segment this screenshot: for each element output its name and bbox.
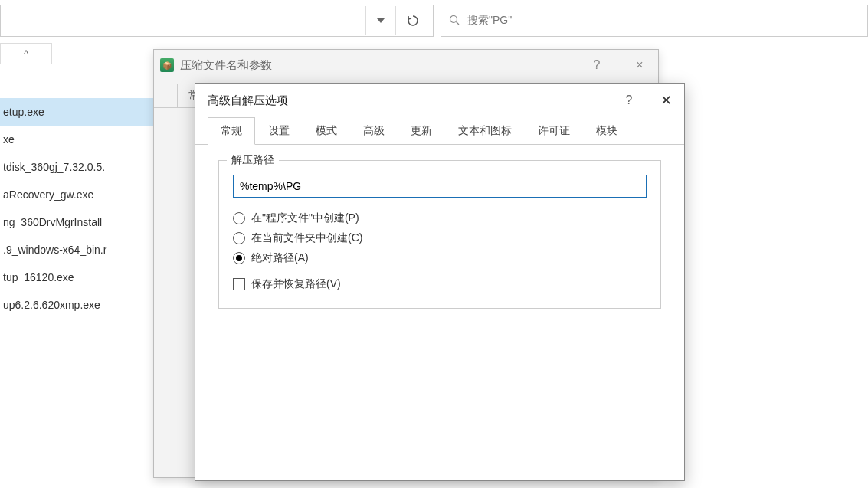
dialog2-title: 高级自解压选项 [208, 93, 288, 108]
dialog1-title: 压缩文件名和参数 [180, 58, 272, 73]
dialog2-tab[interactable]: 模块 [583, 117, 631, 145]
search-icon [449, 15, 460, 28]
svg-line-1 [457, 21, 460, 25]
search-input[interactable]: 搜索"PG" [441, 5, 868, 37]
file-row[interactable]: up6.2.6.620xmp.exe [0, 291, 167, 319]
save-restore-path-checkbox[interactable]: 保存并恢复路径(V) [233, 274, 647, 294]
file-row[interactable]: aRecovery_gw.exe [0, 181, 167, 208]
file-row[interactable]: xe [0, 126, 167, 153]
dialog2-body: 解压路径 在"程序文件"中创建(P)在当前文件夹中创建(C)绝对路径(A) 保存… [195, 145, 684, 324]
refresh-button[interactable] [398, 6, 428, 35]
dialog1-help-button[interactable]: ? [578, 50, 615, 80]
radio-icon [233, 212, 245, 224]
dialog2-help-button[interactable]: ? [611, 84, 647, 117]
path-mode-radio[interactable]: 在"程序文件"中创建(P) [233, 208, 647, 228]
dialog2-tab[interactable]: 设置 [255, 117, 303, 145]
history-dropdown-button[interactable] [365, 6, 396, 35]
file-row[interactable]: etup.exe [0, 98, 167, 126]
dialog1-close-button[interactable]: × [621, 50, 658, 80]
dialog2-tabs: 常规设置模式高级更新文本和图标许可证模块 [195, 117, 684, 145]
dialog2-titlebar[interactable]: 高级自解压选项 ? ✕ [195, 84, 684, 117]
winrar-icon: 📦 [160, 58, 174, 72]
dialog2-close-button[interactable]: ✕ [647, 84, 684, 117]
checkbox-label: 保存并恢复路径(V) [251, 277, 341, 291]
dialog2-tab[interactable]: 许可证 [525, 117, 583, 145]
svg-point-0 [450, 15, 457, 22]
file-row[interactable]: ng_360DrvMgrInstall [0, 208, 167, 236]
checkbox-icon [233, 278, 245, 290]
file-row[interactable]: tup_16120.exe [0, 264, 167, 291]
sfx-options-dialog: 高级自解压选项 ? ✕ 常规设置模式高级更新文本和图标许可证模块 解压路径 在"… [195, 83, 685, 481]
extract-path-input[interactable] [233, 175, 647, 198]
dialog2-tab[interactable]: 模式 [303, 117, 350, 145]
path-mode-radio[interactable]: 绝对路径(A) [233, 248, 647, 268]
radio-label: 在当前文件夹中创建(C) [251, 231, 362, 245]
sort-toggle-button[interactable]: ^ [0, 43, 52, 64]
search-placeholder: 搜索"PG" [467, 14, 512, 28]
dialog2-tab[interactable]: 文本和图标 [445, 117, 525, 145]
radio-icon [233, 232, 245, 244]
dialog2-tab[interactable]: 更新 [398, 117, 445, 145]
fieldset-legend: 解压路径 [227, 153, 279, 167]
file-row[interactable]: tdisk_360gj_7.32.0.5. [0, 153, 167, 181]
file-list: etup.exexetdisk_360gj_7.32.0.5.aRecovery… [0, 98, 167, 319]
extract-path-fieldset: 解压路径 在"程序文件"中创建(P)在当前文件夹中创建(C)绝对路径(A) 保存… [218, 160, 661, 309]
dialog2-tab[interactable]: 常规 [208, 117, 255, 145]
radio-icon [233, 252, 245, 264]
dialog1-titlebar[interactable]: 📦 压缩文件名和参数 ? × [154, 50, 658, 80]
radio-label: 在"程序文件"中创建(P) [251, 211, 359, 225]
radio-label: 绝对路径(A) [251, 251, 309, 265]
address-bar[interactable] [0, 5, 434, 37]
dialog2-tab[interactable]: 高级 [350, 117, 398, 145]
file-row[interactable]: .9_windows-x64_bin.r [0, 236, 167, 264]
path-mode-radio[interactable]: 在当前文件夹中创建(C) [233, 228, 647, 248]
